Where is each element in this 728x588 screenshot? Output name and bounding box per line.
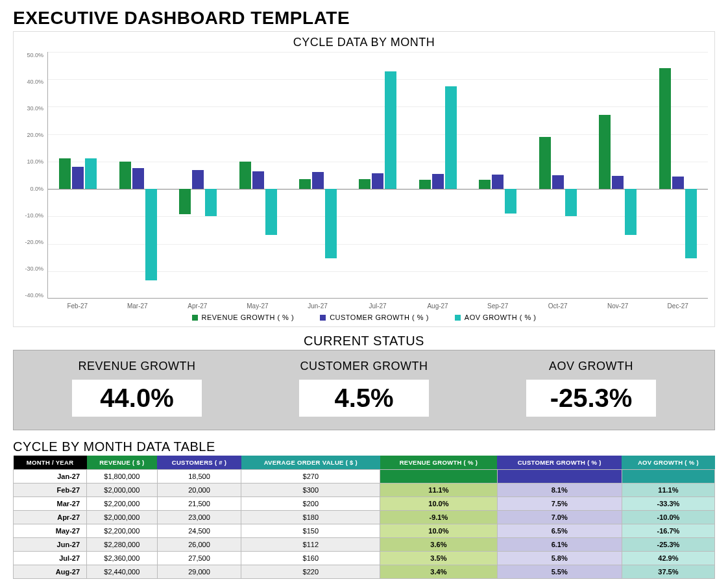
table-cell: Jan-27 [14,470,87,484]
bar-rev [599,115,611,189]
bar-rev [59,158,71,189]
bar-cust [552,175,564,189]
status-card-customer-growth: CUSTOMER GROWTH 4.5% [260,360,468,417]
col-header-aov-growth: AOV GROWTH ( % ) [622,456,714,470]
table-cell: 5.8% [497,552,622,565]
legend-item-revenue-growth: REVENUE GROWTH ( % ) [192,313,295,321]
y-tick-label: -20.0% [20,239,43,245]
bar-rev [419,180,431,189]
bar-rev [299,179,311,189]
table-cell: Apr-27 [14,511,87,524]
y-tick-label: 50.0% [20,52,43,58]
table-cell: 6.5% [497,524,622,538]
bar-rev [539,137,551,189]
table-cell: $112 [241,538,380,552]
table-cell: 21,500 [157,497,241,511]
table-cell: 3.5% [380,552,497,565]
y-tick-label: 40.0% [20,79,43,85]
bar-group [648,52,708,298]
bar-cust [432,174,444,189]
y-tick-label: 10.0% [20,158,43,165]
table-row: Jan-27$1,800,00018,500$270 [14,470,715,484]
bar-cust [372,173,383,189]
table-cell: -25.3% [622,538,714,552]
bar-cust [72,167,84,189]
bar-rev [359,179,370,189]
bar-aov [265,189,277,235]
x-tick-label: Feb-27 [47,299,108,310]
y-tick-label: -40.0% [20,292,43,299]
table-cell: Jun-27 [14,538,87,552]
bar-group [528,52,588,298]
y-tick-label: 0.0% [20,186,43,192]
table-cell: 3.6% [380,538,497,552]
table-cell: 8.1% [497,484,622,497]
bar-cust [252,171,264,189]
table-cell: 27,500 [157,552,241,565]
square-icon [192,315,198,321]
table-cell: 11.1% [380,484,497,497]
bar-group [348,52,407,298]
bar-group [48,52,108,298]
x-tick-label: Mar-27 [108,299,168,310]
table-cell: 42.9% [622,552,714,565]
x-tick-label: Jun-27 [287,299,348,310]
x-tick-label: May-27 [228,299,288,310]
y-tick-label: -10.0% [20,212,43,219]
bar-aov [145,189,157,280]
legend-label: CUSTOMER GROWTH ( % ) [330,313,429,321]
col-header-rev-growth: REVENUE GROWTH ( % ) [380,456,497,470]
table-cell: 10.0% [380,524,497,538]
status-card-revenue-growth: REVENUE GROWTH 44.0% [33,360,241,417]
bar-rev [239,162,251,189]
table-cell: -16.7% [622,524,714,538]
col-header-cust-growth: CUSTOMER GROWTH ( % ) [497,456,622,470]
table-title: CYCLE BY MONTH DATA TABLE [13,439,715,454]
bar-cust [492,175,504,189]
chart-legend: REVENUE GROWTH ( % ) CUSTOMER GROWTH ( %… [20,313,708,321]
square-icon [320,315,326,321]
chart-plot-area [47,52,708,299]
table-cell: $200 [241,497,380,511]
bar-cust [672,177,684,189]
legend-item-aov-growth: AOV GROWTH ( % ) [455,313,537,321]
legend-label: AOV GROWTH ( % ) [465,313,537,321]
bar-group [468,52,528,298]
bar-cust [312,172,324,189]
table-header-row: MONTH / YEAR REVENUE ( $ ) CUSTOMERS ( #… [14,456,715,470]
table-cell: 7.0% [497,511,622,524]
table-cell: $2,200,000 [87,524,158,538]
bar-aov [205,189,217,216]
table-cell: 6.1% [497,538,622,552]
x-tick-label: Sep-27 [468,299,528,310]
table-row: May-27$2,200,00024,500$15010.0%6.5%-16.7… [14,524,715,538]
table-cell: $300 [241,484,380,497]
table-cell: 5.5% [497,565,622,579]
table-cell: -10.0% [622,511,714,524]
table-row: Aug-27$2,440,00029,000$2203.4%5.5%37.5% [14,565,715,579]
x-tick-label: Apr-27 [167,299,228,310]
bar-aov [565,189,577,216]
table-cell: 3.4% [380,565,497,579]
cycle-data-table: MONTH / YEAR REVENUE ( $ ) CUSTOMERS ( #… [13,456,715,579]
status-title: CURRENT STATUS [13,334,715,349]
table-cell: $1,800,000 [87,470,158,484]
bar-aov [325,189,337,258]
table-cell: Mar-27 [14,497,87,511]
bar-group [108,52,167,298]
table-cell: $2,360,000 [87,552,158,565]
table-cell: 24,500 [157,524,241,538]
y-tick-label: 30.0% [20,105,43,112]
x-tick-label: Dec-27 [648,299,708,310]
table-cell: 26,000 [157,538,241,552]
bar-rev [119,162,131,189]
status-label: AOV GROWTH [487,360,695,373]
y-tick-label: 20.0% [20,132,43,138]
table-cell: 10.0% [380,497,497,511]
bar-group [228,52,287,298]
chart-y-axis: 50.0%40.0%30.0%20.0%10.0%0.0%-10.0%-20.0… [20,52,47,299]
table-row: Apr-27$2,000,00023,000$180-9.1%7.0%-10.0… [14,511,715,524]
status-panel: REVENUE GROWTH 44.0% CUSTOMER GROWTH 4.5… [13,350,715,430]
table-cell: May-27 [14,524,87,538]
table-cell: $150 [241,524,380,538]
